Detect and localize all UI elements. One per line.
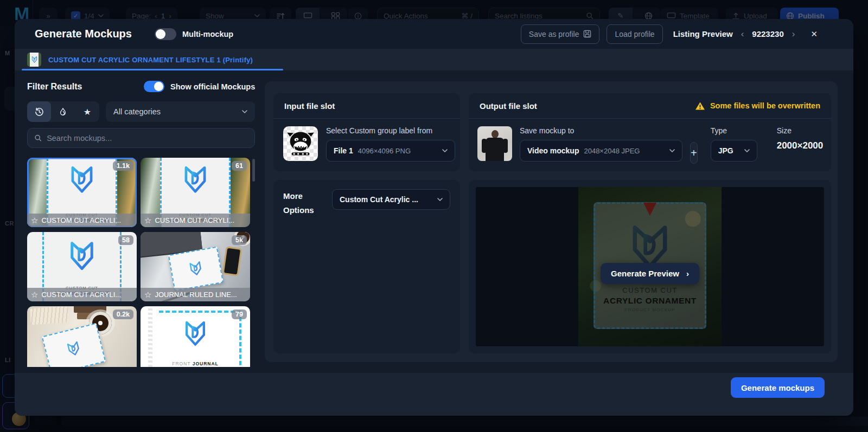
- mockup-search-input[interactable]: [47, 134, 248, 143]
- filter-type-switch: ★: [27, 101, 99, 122]
- page-binding-art: [148, 306, 152, 367]
- thumbnail-caption: ☆ CUSTOM CUT ACRYLI...: [141, 214, 250, 227]
- more-options-label: More Options: [283, 189, 324, 218]
- modal-header: Generate Mockups Multi-mockup Save as pr…: [15, 19, 853, 49]
- mockup-search-box[interactable]: [27, 128, 255, 148]
- chevron-down-icon: [744, 149, 750, 152]
- journal-art: [168, 247, 224, 292]
- preview-panel: CUSTOM CUT ACRYLIC ORNAMENT PRODUCT MOCK…: [469, 180, 831, 353]
- size-value: 2000×2000: [777, 140, 824, 151]
- flame-icon: [59, 107, 67, 117]
- generate-mockups-modal: Generate Mockups Multi-mockup Save as pr…: [15, 19, 853, 416]
- chevron-down-icon: [242, 110, 247, 113]
- save-target-dropdown[interactable]: Video mockup 2048×2048 JPEG: [520, 140, 682, 162]
- history-icon: [35, 107, 44, 117]
- tshirt-art: [486, 138, 504, 161]
- generate-mockups-button[interactable]: Generate mockups: [731, 377, 825, 398]
- star-icon[interactable]: ☆: [31, 216, 38, 224]
- mockup-tab-bar: CUSTOM CUT ACRYLIC ORNAMENT LIFESTYLE 1 …: [15, 49, 853, 70]
- brand-logo-icon: [65, 339, 82, 358]
- type-label: Type: [711, 126, 757, 135]
- thumbnail-caption: ☆ CUSTOM CUT ACRYLI...: [27, 214, 137, 227]
- tshirt-art: [503, 139, 508, 153]
- modal-footer: Generate mockups: [15, 373, 853, 416]
- modal-title: Generate Mockups: [35, 28, 132, 40]
- mockup-thumbnail[interactable]: FRONT JOURNAL PRODUCT MOCKUP 79: [141, 306, 250, 367]
- grid-scrollbar[interactable]: [252, 159, 255, 182]
- save-mockup-label: Save mockup to: [520, 126, 682, 135]
- tab-thumbnail: [27, 53, 41, 67]
- listing-preview-label: Listing Preview: [673, 29, 733, 38]
- preview-canvas: CUSTOM CUT ACRYLIC ORNAMENT PRODUCT MOCK…: [476, 187, 824, 346]
- output-file-slot-panel: Output file slot Some files will be over…: [469, 93, 831, 171]
- count-badge: 1.1k: [113, 161, 133, 171]
- listing-prev-icon[interactable]: ‹: [740, 29, 745, 40]
- generate-preview-button[interactable]: Generate Preview ›: [601, 263, 699, 284]
- chevron-right-icon: ›: [686, 269, 689, 278]
- show-official-toggle[interactable]: [144, 81, 164, 92]
- tab-label: CUSTOM CUT ACRYLIC ORNAMENT LIFESTYLE 1 …: [48, 56, 253, 64]
- input-slot-title: Input file slot: [284, 101, 335, 111]
- input-file-slot-panel: Input file slot Select Custom group labe…: [273, 93, 460, 171]
- recent-filter-button[interactable]: [27, 101, 51, 122]
- dashed-line: [159, 311, 241, 313]
- star-icon[interactable]: ☆: [144, 216, 151, 224]
- listing-next-icon[interactable]: ›: [791, 29, 796, 40]
- thumbnail-caption: ☆ CUSTOM CUT ACRYLI...: [27, 288, 137, 301]
- thumbnail-caption: ☆ JOURNAL RULED LINE...: [141, 288, 250, 301]
- tab-custom-cut-acrylic[interactable]: CUSTOM CUT ACRYLIC ORNAMENT LIFESTYLE 1 …: [27, 49, 253, 70]
- phone-art: [222, 246, 242, 276]
- add-output-button[interactable]: +: [690, 142, 698, 164]
- size-label: Size: [777, 126, 824, 135]
- listing-id: 9223230: [752, 29, 783, 38]
- count-badge: 58: [118, 235, 133, 245]
- favorites-filter-button[interactable]: ★: [75, 101, 99, 122]
- filter-results-title: Filter Results: [27, 82, 82, 92]
- multi-mockup-toggle[interactable]: [155, 28, 176, 40]
- close-icon[interactable]: ✕: [810, 29, 818, 39]
- chevron-down-icon: [669, 149, 675, 152]
- category-dropdown[interactable]: All categories: [106, 101, 255, 122]
- search-icon: [34, 134, 42, 142]
- bulldog-artwork: [286, 129, 315, 158]
- more-options-panel: More Options Custom Cut Acrylic ...: [273, 180, 460, 353]
- type-dropdown[interactable]: JPG: [711, 140, 757, 162]
- mockup-thumbnail[interactable]: CUSTOM CUT ACRYLIC ORNAMENT 61 ☆ CUSTOM …: [141, 158, 250, 227]
- star-icon[interactable]: ☆: [144, 291, 151, 299]
- brand-logo-icon: [188, 260, 205, 278]
- open-book-art: [30, 306, 69, 325]
- input-select-label: Select Custom group label from: [326, 126, 455, 135]
- more-options-dropdown[interactable]: Custom Cut Acrylic ...: [332, 189, 450, 210]
- count-badge: 61: [232, 161, 247, 171]
- count-badge: 79: [232, 310, 247, 319]
- output-file-thumbnail[interactable]: [477, 126, 512, 161]
- chevron-down-icon: [437, 198, 443, 201]
- chevron-down-icon: [442, 149, 448, 152]
- mockup-thumbnail[interactable]: 0.2k: [27, 306, 137, 367]
- floppy-icon: [583, 30, 591, 38]
- mockup-thumbnail[interactable]: 5k ☆ JOURNAL RULED LINE...: [141, 232, 250, 301]
- person-head-art: [492, 130, 499, 138]
- warning-icon: [695, 101, 705, 111]
- multi-mockup-label: Multi-mockup: [182, 30, 233, 38]
- active-tab-underline: [22, 69, 283, 70]
- mockup-thumbnail[interactable]: CUSTOM CUT ACRYLIC ORNAMENT 58 ☆ CUSTOM …: [27, 232, 137, 301]
- star-icon[interactable]: ☆: [31, 291, 38, 299]
- show-official-label: Show official Mockups: [170, 82, 255, 91]
- star-icon: ★: [84, 107, 91, 117]
- brand-logo-icon: [182, 319, 208, 349]
- brand-logo-icon: [181, 164, 209, 196]
- count-badge: 0.2k: [113, 310, 133, 319]
- overwrite-warning: Some files will be overwritten: [695, 101, 820, 111]
- load-profile-button[interactable]: Load profile: [607, 24, 662, 44]
- mockup-grid: CUSTOM CUT ACRYLIC ORNAMENT 1.1k ☆ CUSTO…: [27, 158, 255, 367]
- brand-logo-icon: [31, 56, 38, 63]
- save-as-profile-button[interactable]: Save as profile: [521, 24, 600, 44]
- output-slot-title: Output file slot: [480, 101, 537, 111]
- brand-logo-icon: [67, 240, 97, 273]
- input-file-dropdown[interactable]: File 1 4096×4096 PNG: [326, 140, 455, 162]
- mockup-thumbnail[interactable]: CUSTOM CUT ACRYLIC ORNAMENT 1.1k ☆ CUSTO…: [27, 158, 137, 227]
- count-badge: 5k: [232, 235, 247, 245]
- input-file-thumbnail[interactable]: [283, 126, 318, 161]
- popular-filter-button[interactable]: [51, 101, 75, 122]
